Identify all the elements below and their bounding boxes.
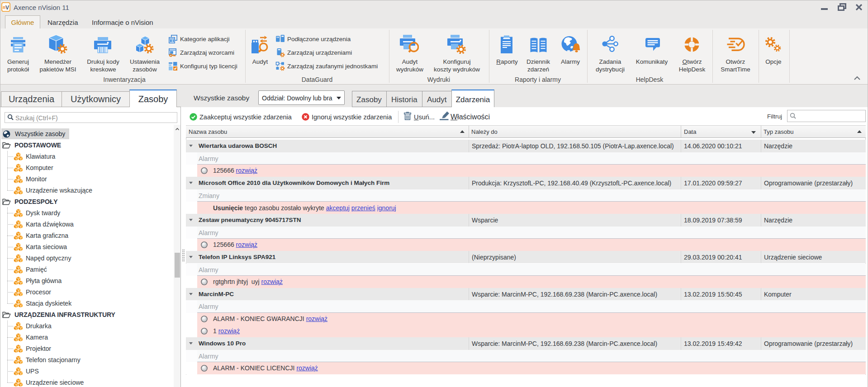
- svg-text:V: V: [5, 5, 9, 11]
